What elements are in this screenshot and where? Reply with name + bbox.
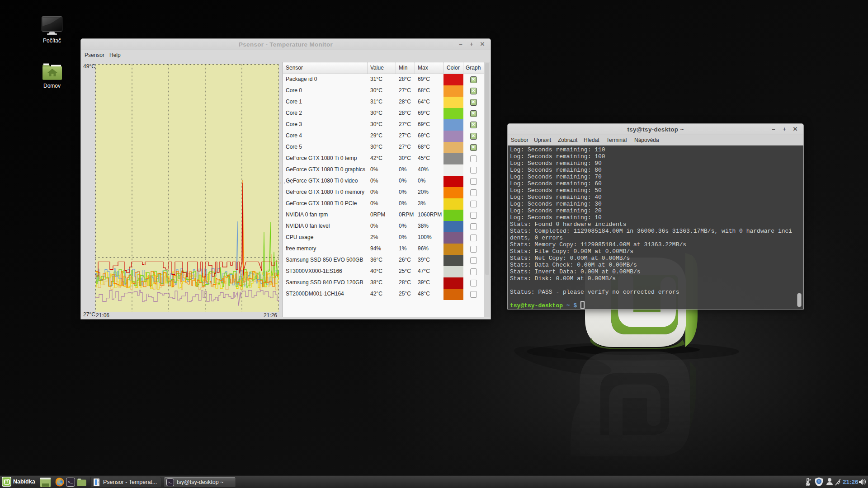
svg-text:>_: >_ bbox=[168, 480, 172, 484]
svg-text:>_: >_ bbox=[68, 480, 73, 485]
